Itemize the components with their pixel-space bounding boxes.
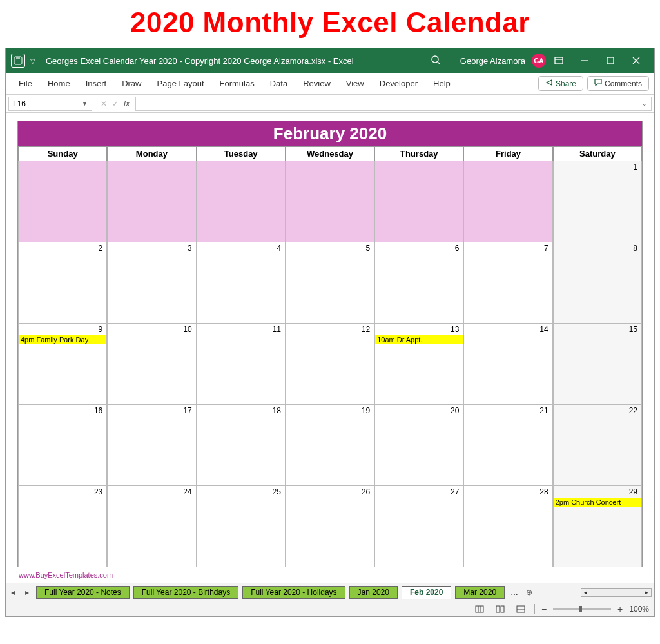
comment-icon [594,79,602,88]
calendar-day-cell[interactable]: 292pm Church Concert [553,486,642,567]
ribbon-tab-data[interactable]: Data [262,73,295,95]
sheet-tabs-bar: ◂ ▸ Full Year 2020 - NotesFull Year 2020… [6,583,654,601]
normal-view-icon[interactable] [472,603,487,615]
calendar-day-cell[interactable]: 1310am Dr Appt. [374,324,463,405]
document-title: Georges Excel Calendar Year 2020 - Copyr… [46,56,354,66]
calendar-day-cell[interactable]: 4 [197,242,286,324]
calendar-day-cell[interactable]: 14 [463,324,552,405]
autosave-icon[interactable] [11,54,25,68]
calendar-day-cell[interactable]: 23 [18,486,107,567]
more-tabs-button[interactable]: … [507,588,522,597]
calendar-day-cell[interactable]: 1 [553,161,642,242]
svg-rect-4 [555,57,563,64]
zoom-out-button[interactable]: − [541,604,547,614]
sheet-tab[interactable]: Full Year 2020 - Notes [36,586,130,599]
calendar-event[interactable]: 10am Dr Appt. [375,335,463,344]
calendar-day-cell[interactable]: 12 [286,324,374,405]
calendar-day-cell[interactable]: 10 [107,324,196,405]
calendar-day-cell[interactable]: 20 [374,405,463,486]
worksheet-area[interactable]: February 2020 SundayMondayTuesdayWednesd… [6,113,654,583]
calendar-day-cell[interactable]: 21 [463,405,552,486]
sheet-tab[interactable]: Feb 2020 [402,586,451,599]
calendar-day-cell[interactable]: 2 [18,242,107,324]
quick-access-dropdown-icon[interactable]: ▽ [30,57,35,64]
sheet-tab[interactable]: Mar 2020 [455,586,505,599]
calendar-day-cell[interactable]: 94pm Family Park Day [18,324,107,405]
ribbon-tab-formulas[interactable]: Formulas [212,73,262,95]
calendar-day-cell[interactable]: 24 [107,486,196,567]
calendar-day-cell[interactable]: 28 [463,486,552,567]
calendar-day-cell[interactable]: 18 [197,405,286,486]
calendar-event[interactable]: 2pm Church Concert [554,498,641,507]
calendar-day-cell[interactable]: 5 [286,242,374,324]
calendar-day-cell[interactable]: 11 [197,324,286,405]
share-label: Share [556,79,576,88]
enter-icon[interactable]: ✓ [112,99,119,108]
ribbon-tab-file[interactable]: File [11,73,40,95]
close-icon[interactable] [623,48,649,73]
calendar-day-cell[interactable] [18,161,107,242]
cancel-icon[interactable]: ✕ [101,99,107,108]
calendar-day-cell[interactable]: 19 [286,405,374,486]
sheet-tab[interactable]: Jan 2020 [349,586,398,599]
calendar-day-cell[interactable]: 17 [107,405,196,486]
formula-input[interactable]: ⌄ [135,97,652,111]
ribbon-tab-draw[interactable]: Draw [114,73,149,95]
calendar-day-cell[interactable]: 3 [107,242,196,324]
sheet-tab[interactable]: Full Year 2020 - Birthdays [133,586,238,599]
zoom-level[interactable]: 100% [629,605,649,614]
calendar-day-cell[interactable] [374,161,463,242]
expand-formula-bar-icon[interactable]: ⌄ [642,101,647,107]
ribbon-tab-home[interactable]: Home [40,73,78,95]
calendar-day-cell[interactable]: 27 [374,486,463,567]
calendar-day-cell[interactable]: 25 [197,486,286,567]
calendar-day-cell[interactable]: 6 [374,242,463,324]
comments-button[interactable]: Comments [587,76,649,91]
scroll-left-arrow-icon[interactable]: ◂ [581,589,590,596]
ribbon-tab-help[interactable]: Help [425,73,458,95]
day-number: 10 [183,325,191,334]
new-sheet-button[interactable]: ⊕ [522,588,536,597]
footer-link[interactable]: www.BuyExcelTemplates.com [17,567,643,579]
calendar-day-cell[interactable]: 7 [463,242,552,324]
page-break-view-icon[interactable] [514,603,528,615]
calendar-day-cell[interactable]: 8 [553,242,642,324]
sheet-tab[interactable]: Full Year 2020 - Holidays [242,586,345,599]
zoom-in-button[interactable]: + [617,604,623,614]
calendar-day-cell[interactable]: 15 [553,324,642,405]
day-number: 16 [94,406,102,415]
page-layout-view-icon[interactable] [493,603,507,615]
tab-scroll-right-icon[interactable]: ▸ [20,588,34,597]
ribbon-tab-view[interactable]: View [338,73,372,95]
zoom-slider[interactable] [553,608,611,610]
minimize-icon[interactable] [572,48,597,73]
day-number: 24 [183,487,191,496]
day-number: 9 [99,325,103,334]
calendar-day-cell[interactable] [463,161,552,242]
ribbon-tab-page-layout[interactable]: Page Layout [150,73,212,95]
name-box[interactable]: L16 ▼ [8,97,92,111]
calendar-event[interactable]: 4pm Family Park Day [19,335,106,344]
user-name[interactable]: George Alzamora [460,56,525,66]
search-icon[interactable] [431,55,441,67]
calendar-day-cell[interactable]: 22 [553,405,642,486]
day-number: 8 [633,244,637,253]
user-avatar[interactable]: GA [532,54,546,68]
scroll-right-arrow-icon[interactable]: ▸ [643,589,651,596]
ribbon-tab-insert[interactable]: Insert [78,73,115,95]
calendar-day-cell[interactable] [197,161,286,242]
calendar-day-cell[interactable]: 26 [286,486,374,567]
calendar-day-cell[interactable]: 16 [18,405,107,486]
share-button[interactable]: Share [538,76,583,91]
fx-icon[interactable]: fx [124,99,130,108]
ribbon-tab-review[interactable]: Review [295,73,338,95]
calendar-day-cell[interactable] [286,161,374,242]
calendar-day-header: Monday [107,147,196,161]
ribbon-display-icon[interactable] [546,48,572,73]
tab-scroll-left-icon[interactable]: ◂ [6,588,20,597]
maximize-icon[interactable] [597,48,623,73]
horizontal-scrollbar[interactable]: ◂ ▸ [581,588,652,597]
ribbon-tab-developer[interactable]: Developer [372,73,425,95]
day-number: 21 [539,406,548,415]
calendar-day-cell[interactable] [107,161,196,242]
